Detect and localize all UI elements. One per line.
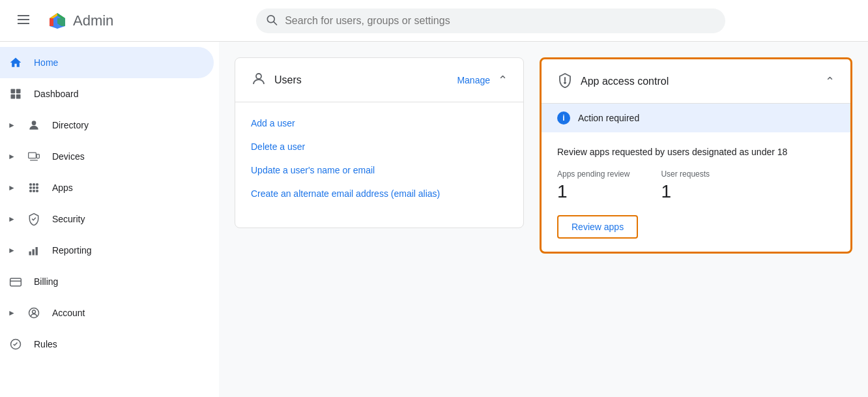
- svg-point-23: [33, 186, 35, 189]
- svg-point-24: [36, 186, 38, 189]
- users-manage-link[interactable]: Manage: [457, 75, 490, 85]
- svg-rect-16: [29, 153, 36, 158]
- svg-line-10: [274, 22, 277, 25]
- reporting-icon: [26, 243, 42, 258]
- user-requests-stat: User requests 1: [661, 169, 710, 202]
- sidebar-item-apps-label: Apps: [52, 183, 203, 193]
- aac-header: App access control ⌃: [542, 59, 850, 104]
- sidebar-item-apps[interactable]: ► Apps: [0, 172, 214, 203]
- sidebar-item-reporting-label: Reporting: [52, 245, 203, 256]
- sidebar-item-home-label: Home: [34, 57, 203, 68]
- users-card: Users Manage ⌃ Add a user Delete a user …: [235, 57, 524, 228]
- svg-point-22: [29, 186, 32, 189]
- svg-point-26: [33, 190, 35, 192]
- home-icon: [8, 55, 23, 70]
- sidebar-item-home[interactable]: Home: [0, 47, 214, 78]
- menu-icon[interactable]: [10, 7, 36, 35]
- sidebar-item-reporting[interactable]: ► Reporting: [0, 235, 214, 266]
- svg-point-38: [564, 82, 566, 83]
- svg-rect-17: [36, 154, 39, 158]
- user-requests-value: 1: [661, 181, 710, 202]
- search-input[interactable]: [256, 8, 725, 33]
- svg-point-27: [36, 190, 38, 192]
- sidebar-item-account[interactable]: ► Account: [0, 297, 214, 329]
- svg-rect-14: [16, 95, 21, 99]
- security-expand-icon: ►: [8, 214, 16, 224]
- users-icon: [251, 71, 267, 89]
- users-card-body: Add a user Delete a user Update a user's…: [235, 102, 523, 228]
- apps-pending-value: 1: [557, 181, 629, 202]
- svg-rect-0: [18, 15, 29, 16]
- svg-marker-6: [50, 18, 53, 26]
- svg-point-25: [29, 190, 32, 192]
- app-container: Admin Home: [0, 0, 868, 397]
- action-required-bar: i Action required: [542, 104, 850, 132]
- svg-point-20: [33, 183, 35, 186]
- svg-point-15: [32, 121, 36, 125]
- svg-point-34: [32, 310, 35, 314]
- aac-card-body: Review apps requested by users designate…: [542, 132, 850, 252]
- aac-collapse-icon[interactable]: ⌃: [825, 74, 835, 89]
- aac-header-left: App access control: [557, 72, 669, 90]
- sidebar-item-directory[interactable]: ► Directory: [0, 110, 214, 141]
- svg-rect-2: [18, 23, 29, 24]
- sidebar-item-devices[interactable]: ► Devices: [0, 141, 214, 172]
- alternate-email-link[interactable]: Create an alternate email address (email…: [251, 188, 508, 199]
- review-apps-button[interactable]: Review apps: [557, 215, 638, 239]
- users-card-title: Users: [274, 74, 302, 86]
- apps-pending-stat: Apps pending review 1: [557, 169, 629, 202]
- svg-rect-28: [29, 252, 31, 256]
- logo-text: Admin: [73, 12, 113, 29]
- sidebar-item-rules-label: Rules: [34, 339, 203, 349]
- add-user-link[interactable]: Add a user: [251, 118, 508, 128]
- dashboard-icon: [8, 86, 23, 102]
- aac-description: Review apps requested by users designate…: [557, 145, 835, 159]
- svg-rect-1: [18, 19, 29, 20]
- update-user-link[interactable]: Update a user's name or email: [251, 165, 508, 175]
- info-icon: i: [557, 111, 570, 125]
- svg-rect-13: [11, 95, 16, 99]
- users-card-header: Users Manage ⌃: [235, 58, 523, 102]
- aac-card-title: App access control: [581, 76, 669, 87]
- sidebar-item-rules[interactable]: Rules: [0, 329, 214, 360]
- sidebar-item-security-label: Security: [52, 214, 203, 224]
- svg-point-21: [36, 183, 38, 186]
- user-requests-label: User requests: [661, 169, 710, 179]
- rules-icon: [8, 336, 23, 352]
- sidebar-item-dashboard[interactable]: Dashboard: [0, 78, 214, 110]
- svg-point-36: [256, 74, 261, 79]
- security-icon: [26, 211, 42, 227]
- account-icon: [26, 305, 42, 321]
- reporting-expand-icon: ►: [8, 246, 16, 255]
- sidebar-item-directory-label: Directory: [52, 120, 203, 130]
- svg-rect-11: [11, 89, 16, 94]
- sidebar: Home Dashboard ►: [0, 42, 219, 397]
- sidebar-item-security[interactable]: ► Security: [0, 203, 214, 235]
- sidebar-item-billing-label: Billing: [34, 276, 203, 287]
- app-access-control-card: App access control ⌃ i Action required R…: [540, 57, 852, 254]
- main-content: Users Manage ⌃ Add a user Delete a user …: [219, 42, 868, 397]
- svg-rect-12: [16, 89, 21, 94]
- app-access-control-icon: [557, 72, 573, 90]
- search-icon: [265, 13, 278, 28]
- svg-rect-31: [10, 278, 22, 286]
- svg-rect-29: [32, 249, 34, 255]
- sidebar-item-account-label: Account: [52, 308, 203, 318]
- billing-icon: [8, 274, 23, 289]
- devices-icon: [26, 149, 42, 164]
- devices-expand-icon: ►: [8, 152, 16, 161]
- aac-stats: Apps pending review 1 User requests 1: [557, 169, 835, 202]
- person-icon: [26, 117, 42, 133]
- svg-point-19: [29, 183, 32, 186]
- svg-rect-30: [35, 247, 37, 256]
- apps-expand-icon: ►: [8, 183, 16, 192]
- logo: Admin: [47, 10, 113, 31]
- account-expand-icon: ►: [8, 308, 16, 317]
- header: Admin: [0, 0, 868, 42]
- apps-pending-label: Apps pending review: [557, 169, 629, 179]
- apps-icon: [26, 180, 42, 196]
- users-collapse-icon[interactable]: ⌃: [498, 73, 508, 87]
- sidebar-item-billing[interactable]: Billing: [0, 266, 214, 297]
- delete-user-link[interactable]: Delete a user: [251, 141, 508, 152]
- action-required-text: Action required: [578, 113, 639, 123]
